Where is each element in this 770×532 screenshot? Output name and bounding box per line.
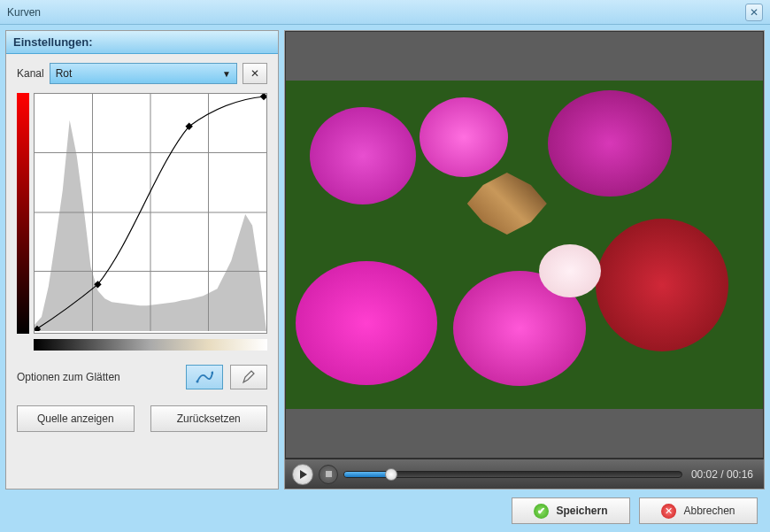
x-icon: ✕	[250, 67, 259, 80]
svg-rect-10	[260, 94, 266, 100]
butterfly	[467, 173, 547, 235]
seek-bar[interactable]	[343, 471, 682, 478]
channel-value: Rot	[56, 67, 73, 80]
smooth-label: Optionen zum Glätten	[17, 371, 179, 383]
show-source-button[interactable]: Quelle anzeigen	[17, 405, 135, 432]
curve[interactable]	[35, 94, 266, 331]
seek-progress	[344, 472, 391, 477]
preview-viewport	[285, 31, 764, 459]
channel-label: Kanal	[17, 67, 44, 80]
titlebar: Kurven ✕	[0, 0, 770, 25]
close-button[interactable]: ✕	[745, 4, 763, 21]
x-gradient	[34, 339, 267, 351]
cancel-icon: ✕	[661, 504, 676, 519]
settings-header: Einstellungen:	[6, 31, 278, 54]
settings-panel: Einstellungen: Kanal Rot ▼ ✕	[5, 30, 279, 490]
seek-thumb[interactable]	[385, 468, 397, 481]
curve-icon	[196, 370, 213, 384]
smooth-curve-button[interactable]	[186, 365, 223, 389]
channel-select[interactable]: Rot ▼	[50, 63, 237, 84]
window-title: Kurven	[7, 6, 745, 19]
curve-editor[interactable]	[34, 93, 267, 334]
remove-channel-button[interactable]: ✕	[243, 63, 267, 84]
pencil-tool-button[interactable]	[230, 365, 267, 389]
reset-button[interactable]: Zurücksetzen	[150, 405, 268, 432]
play-button[interactable]	[292, 464, 313, 485]
play-icon	[300, 470, 307, 479]
chevron-down-icon: ▼	[222, 69, 231, 79]
svg-point-11	[196, 381, 199, 383]
pencil-icon	[241, 369, 257, 385]
preview-image	[286, 81, 763, 408]
time-display: 00:02 / 00:16	[688, 468, 757, 481]
cancel-button[interactable]: ✕ Abbrechen	[639, 497, 758, 524]
save-button[interactable]: ✔ Speichern	[512, 497, 630, 524]
close-icon: ✕	[750, 6, 758, 19]
check-icon: ✔	[534, 504, 549, 519]
preview-panel: 00:02 / 00:16	[284, 30, 765, 490]
playback-bar: 00:02 / 00:16	[285, 459, 764, 489]
stop-button[interactable]	[319, 465, 338, 484]
stop-icon	[326, 471, 332, 477]
dialog-footer: ✔ Speichern ✕ Abbrechen	[0, 490, 770, 532]
y-gradient	[17, 93, 29, 334]
